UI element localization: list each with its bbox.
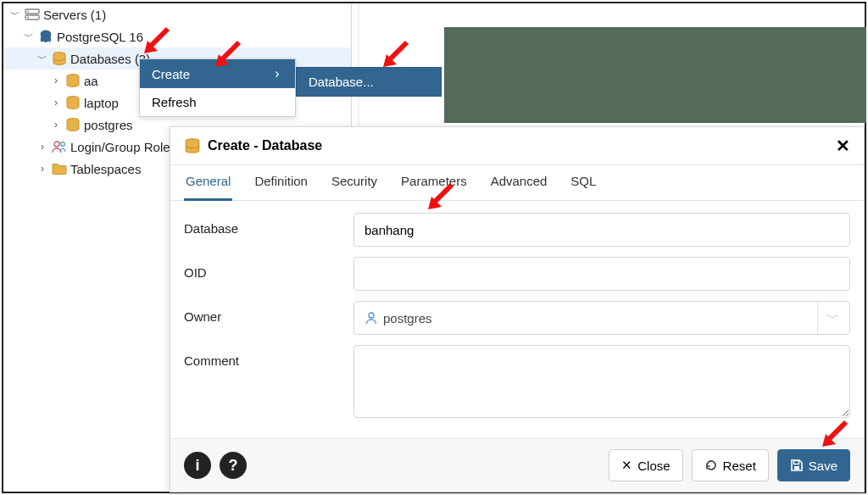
owner-field-label: Owner [184,301,353,324]
close-icon: ✕ [621,458,632,473]
elephant-icon [37,28,54,45]
help-button[interactable]: ? [220,452,247,479]
save-button[interactable]: Save [777,449,850,481]
tree-label: laptop [84,96,119,110]
database-icon [51,50,68,67]
svg-rect-12 [793,461,798,464]
menu-label: Refresh [152,95,197,109]
context-menu-refresh[interactable]: Refresh [140,88,295,116]
chevron-right-icon: › [50,97,62,108]
tree-label: aa [84,74,98,88]
owner-value: postgres [383,311,432,325]
chevron-right-icon: › [50,119,62,131]
chevron-down-icon: ﹀ [23,30,35,44]
oid-input[interactable] [353,257,850,291]
svg-point-8 [54,142,59,147]
context-submenu-database[interactable]: Database... [296,67,442,97]
save-icon [790,459,804,472]
chevron-down-icon: ﹀ [817,302,839,334]
oid-field-label: OID [184,257,353,280]
button-label: Reset [723,459,756,473]
database-icon [64,116,81,133]
tab-general[interactable]: General [184,165,232,201]
svg-point-9 [61,142,65,147]
dialog-tabs: General Definition Security Parameters A… [170,165,864,201]
chevron-down-icon: ﹀ [36,52,48,66]
tab-security[interactable]: Security [330,165,379,200]
tab-parameters[interactable]: Parameters [399,165,469,200]
database-icon [64,94,81,111]
tree-label: postgres [84,118,133,132]
database-icon [184,137,201,154]
servers-icon [24,6,41,23]
tab-sql[interactable]: SQL [569,165,598,200]
dialog-title-text: Create - Database [208,138,322,153]
database-name-input[interactable] [353,213,850,247]
dialog-close-button[interactable]: ✕ [836,136,850,156]
menu-label: Database... [309,75,374,89]
reset-icon [704,459,718,472]
tree-label: Tablespaces [70,162,141,176]
user-icon [364,311,378,325]
button-label: Close [637,459,670,473]
dialog-title: Create - Database [184,137,322,154]
reset-button[interactable]: Reset [692,449,769,481]
tree-label: PostgreSQL 16 [57,30,143,44]
properties-panel-bg [444,27,866,123]
chevron-right-icon: › [36,163,48,175]
tree-servers[interactable]: ﹀ Servers (1) [3,3,351,25]
owner-select[interactable]: postgres ﹀ [353,301,850,335]
chevron-right-icon: › [50,75,62,86]
svg-point-11 [369,313,374,318]
help-icon: ? [229,457,238,475]
comment-textarea[interactable] [353,345,850,418]
chevron-down-icon: ﹀ [9,8,21,22]
tree-label: Login/Group Roles [70,140,176,154]
create-database-dialog: Create - Database ✕ General Definition S… [170,126,865,492]
button-label: Save [809,459,837,473]
chevron-right-icon: › [271,66,283,81]
svg-point-2 [27,11,29,13]
tab-definition[interactable]: Definition [253,165,309,200]
close-button[interactable]: ✕ Close [609,449,682,481]
menu-label: Create [152,67,190,81]
database-icon [64,72,81,89]
svg-point-3 [27,17,29,19]
context-menu-create[interactable]: Create › [140,59,295,88]
chevron-right-icon: › [36,141,48,153]
info-icon: i [195,457,199,475]
svg-rect-13 [794,466,799,470]
context-menu: Create › Refresh [139,58,296,117]
users-icon [51,138,68,155]
folder-icon [51,160,68,177]
tab-advanced[interactable]: Advanced [489,165,549,200]
tree-server-postgresql[interactable]: ﹀ PostgreSQL 16 [3,25,351,47]
close-icon: ✕ [836,136,850,155]
info-button[interactable]: i [184,452,211,479]
database-field-label: Database [184,213,353,236]
comment-field-label: Comment [184,345,353,368]
tree-label: Servers (1) [43,8,106,22]
